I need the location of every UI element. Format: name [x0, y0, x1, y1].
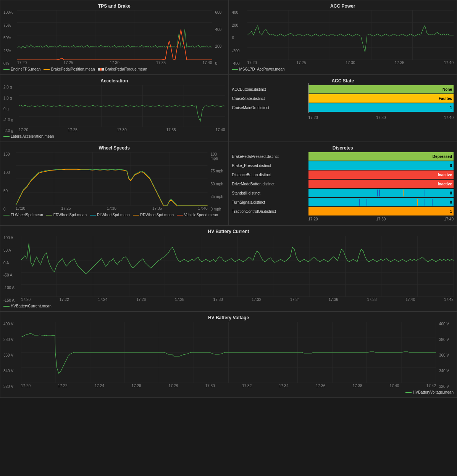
hv-battery-current-chart — [21, 236, 454, 297]
wheel-speeds-panel: Wheel Speeds 150 100 50 0 — [0, 142, 229, 225]
legend-vehicle-speed: VehicleSpeed.mean — [177, 213, 218, 217]
acceleration-chart — [19, 85, 225, 127]
tps-yr4: 0 — [215, 61, 225, 66]
acc-buttons-value: None — [442, 87, 452, 92]
brake-pressed-bar: 0 — [308, 161, 454, 170]
acc-state-title: ACC State — [232, 78, 454, 84]
traction-control-label: TractionControlOn.distinct — [232, 209, 308, 214]
wheel-speeds-chart — [16, 152, 208, 206]
distance-btn-label: DistanceButton.distinct — [232, 173, 308, 177]
traction-control-bar: 1 — [308, 207, 454, 215]
tps-yr1: 600 — [215, 10, 225, 14]
cruise-main-row: CruiseMainOn.distinct 1 — [232, 103, 454, 112]
distance-btn-row: DistanceButton.distinct Inactive — [232, 170, 454, 179]
traction-control-row: TractionControlOn.distinct 1 — [232, 207, 454, 215]
cruise-state-label: CruiseState.distinct — [232, 96, 308, 101]
brake-pedal-pressed-label: BrakePedalPressed.distinct — [232, 154, 308, 159]
cruise-main-value: 1 — [450, 106, 452, 110]
tps-y3: 50% — [3, 36, 14, 40]
rr-color — [133, 215, 139, 215]
brake-pedal-pressed-bar: Depressed — [308, 152, 454, 161]
acc-state-panel: ACC State ACCButtons.distinct None Cruis… — [229, 75, 457, 142]
hv-voltage-legend: HVBatteryVoltage.mean — [3, 390, 454, 394]
legend-fr: FRWheelSpd.mean — [46, 213, 87, 217]
drive-mode-bar: Inactive — [308, 180, 454, 188]
fl-color — [3, 215, 10, 215]
legend-hv-current: HVBatteryCurrent.mean — [3, 304, 52, 308]
hv-battery-voltage-chart — [21, 322, 436, 383]
legend-fl: FLWheelSpd.mean — [3, 213, 43, 217]
acceleration-panel: Acceleration 2.0 g 1.0 g 0 g -1.0 g -2.0… — [0, 75, 229, 142]
rl-color — [90, 215, 96, 215]
turn-signals-bar: 0 — [308, 198, 454, 206]
brake-pressed-row: Brake_Pressed.distinct 0 — [232, 161, 454, 170]
legend-rr: RRWheelSpd.mean — [133, 213, 174, 217]
cruise-state-bar: Faultec — [308, 94, 454, 103]
wheel-speeds-title: Wheel Speeds — [3, 145, 225, 151]
acc-state-bars: ACCButtons.distinct None CruiseState.dis… — [232, 85, 454, 114]
acc-buttons-row: ACCButtons.distinct None — [232, 85, 454, 93]
discretes-title: Discretes — [232, 145, 454, 151]
hv-current-x-axis: 17:20 17:22 17:24 17:26 17:28 17:30 17:3… — [21, 297, 454, 302]
tps-y5: 0% — [3, 61, 14, 66]
hv-battery-current-title: HV Battery Current — [3, 229, 454, 234]
tps-y4: 25% — [3, 49, 14, 53]
acc-state-x-axis: 17:20 17:30 17:40 — [232, 115, 454, 121]
acc-power-panel: ACC Power 400 200 0 -200 -400 — [229, 0, 457, 75]
acc-power-legend: MSG17D_AccPower.mean — [232, 67, 454, 71]
hv-voltage-x-axis: 17:20 17:22 17:24 17:26 17:28 17:30 17:3… — [21, 383, 436, 389]
vehicle-speed-color — [177, 215, 183, 215]
drive-mode-row: DriveModeButton.distinct Inactive — [232, 180, 454, 188]
brake-pressed-label: Brake_Pressed.distinct — [232, 164, 308, 168]
hv-battery-voltage-title: HV Battery Voltage — [3, 315, 454, 320]
discretes-bars: BrakePedalPressed.distinct Depressed Bra… — [232, 152, 454, 215]
hv-battery-current-panel: HV Battery Current 100 A 50 A 0 A -50 A … — [0, 225, 457, 312]
tps-x-axis: 17:20 17:25 17:30 17:35 17:40 — [17, 60, 212, 66]
distance-btn-bar: Inactive — [308, 170, 454, 179]
brake-pedal-pos-color — [44, 69, 50, 70]
legend-brake-pedal-pos: BrakePedalPosition.mean — [44, 67, 95, 71]
acc-power-x-axis: 17:20 17:25 17:30 17:35 17:40 — [247, 60, 454, 66]
tps-y1: 100% — [3, 10, 14, 14]
legend-engine-tps: EngineTPS.mean — [3, 67, 40, 71]
wheel-legend: FLWheelSpd.mean FRWheelSpd.mean RLWheelS… — [3, 213, 225, 217]
turn-signals-label: TurnSignals.distinct — [232, 200, 308, 204]
fr-color — [46, 215, 52, 215]
legend-hv-voltage: HVBatteryVoltage.mean — [405, 390, 454, 394]
legend-acc-power: MSG17D_AccPower.mean — [232, 67, 285, 71]
accel-legend: LateralAcceleration.mean — [3, 134, 225, 138]
drive-mode-label: DriveModeButton.distinct — [232, 182, 308, 186]
cruise-main-bar: 1 — [308, 103, 454, 112]
tps-brake-title: TPS and Brake — [3, 3, 225, 9]
hv-current-color — [3, 306, 10, 307]
hv-voltage-color — [405, 392, 412, 393]
acc-buttons-label: ACCButtons.distinct — [232, 87, 308, 92]
dashboard: TPS and Brake 100% 75% 50% 25% 0% — [0, 0, 457, 398]
acc-power-color — [232, 69, 238, 70]
tps-yr3: 200 — [215, 44, 225, 48]
acc-buttons-bar: None — [308, 85, 454, 93]
engine-tps-color — [3, 69, 10, 70]
acc-power-chart — [247, 10, 454, 60]
tps-y2: 75% — [3, 23, 14, 27]
legend-brake-torque: BrakePedalTorque.mean — [98, 67, 147, 71]
hv-battery-voltage-panel: HV Battery Voltage 400 V 380 V 360 V 340… — [0, 312, 457, 398]
standstill-row: Standstill.distinct 0 — [232, 189, 454, 197]
accel-x-axis: 17:20 17:25 17:30 17:35 17:40 — [19, 127, 225, 133]
cruise-main-label: CruiseMainOn.distinct — [232, 106, 308, 110]
legend-rl: RLWheelSpd.mean — [90, 213, 130, 217]
turn-signals-row: TurnSignals.distinct 0 — [232, 198, 454, 206]
legend-lateral-accel: LateralAcceleration.mean — [3, 134, 54, 138]
acc-power-title: ACC Power — [232, 3, 454, 9]
brake-pedal-pressed-row: BrakePedalPressed.distinct Depressed — [232, 152, 454, 161]
wheel-x-axis: 17:20 17:25 17:30 17:35 17:40 — [16, 206, 208, 211]
discretes-panel: Discretes BrakePedalPressed.distinct Dep… — [229, 142, 457, 225]
tps-legend: EngineTPS.mean BrakePedalPosition.mean B… — [3, 67, 225, 71]
lateral-accel-color — [3, 136, 10, 137]
standstill-bar: 0 — [308, 189, 454, 197]
hv-current-legend: HVBatteryCurrent.mean — [3, 304, 454, 308]
tps-yr2: 400 — [215, 27, 225, 32]
cruise-state-row: CruiseState.distinct Faultec — [232, 94, 454, 103]
tps-brake-panel: TPS and Brake 100% 75% 50% 25% 0% — [0, 0, 229, 75]
brake-torque-color — [98, 68, 104, 71]
